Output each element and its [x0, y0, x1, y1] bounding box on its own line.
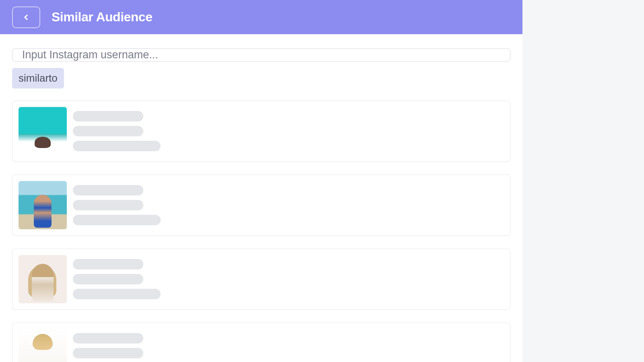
skeleton-line: [73, 289, 161, 299]
avatar: [19, 107, 67, 155]
skeleton-content: [73, 109, 161, 154]
skeleton-content: [73, 331, 161, 362]
result-card[interactable]: [12, 249, 510, 310]
username-search-input[interactable]: [12, 48, 510, 62]
skeleton-line: [73, 333, 143, 343]
page-title: Similar Audience: [52, 10, 152, 25]
skeleton-line: [73, 348, 143, 358]
skeleton-line: [73, 274, 143, 284]
chevron-left-icon: [21, 12, 31, 22]
avatar: [19, 329, 67, 362]
tags-row: similarto: [12, 68, 510, 88]
avatar: [19, 255, 67, 303]
skeleton-line: [73, 141, 161, 151]
app-header: Similar Audience: [0, 0, 522, 34]
result-card[interactable]: [12, 101, 510, 162]
content-area: similarto: [0, 34, 522, 362]
skeleton-line: [73, 185, 143, 195]
filter-tag[interactable]: similarto: [12, 68, 64, 88]
avatar: [19, 181, 67, 229]
result-card[interactable]: [12, 323, 510, 362]
right-panel: [522, 0, 644, 362]
skeleton-line: [73, 126, 143, 136]
skeleton-content: [73, 257, 161, 302]
skeleton-line: [73, 259, 143, 269]
skeleton-line: [73, 111, 143, 121]
skeleton-line: [73, 200, 143, 210]
result-card[interactable]: [12, 175, 510, 236]
skeleton-line: [73, 215, 161, 225]
back-button[interactable]: [12, 6, 40, 28]
skeleton-content: [73, 183, 161, 228]
results-list: [12, 101, 510, 362]
